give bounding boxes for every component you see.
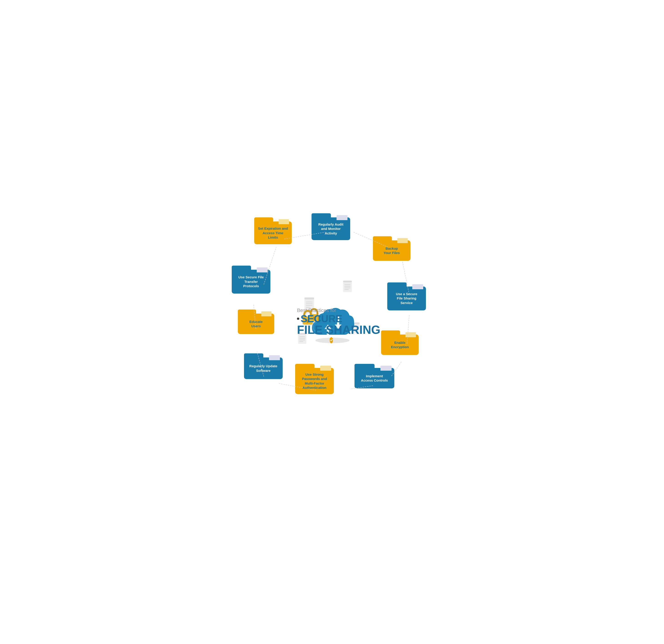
folder-regularly-update-label: Regularly UpdateSoftware [249,364,277,373]
folder-enable-encryption-label: EnableEncryption [391,340,409,349]
svg-rect-17 [343,281,352,282]
folder-regularly-update: Regularly UpdateSoftware [244,357,283,379]
svg-text:🔒: 🔒 [330,339,333,342]
folder-regularly-audit: Regularly Auditand MonitorActivity [312,217,350,240]
folder-secure-transfer: Use Secure FileTransferProtocols [232,270,270,294]
folder-backup-files-label: BackupYour Files [383,246,400,255]
folder-enable-encryption: EnableEncryption [381,334,419,355]
doc-float-2 [342,280,354,295]
svg-rect-40 [307,321,308,323]
center-dot [297,318,299,320]
folder-use-secure-sharing-label: Use a SecureFile SharingService [396,292,417,305]
folder-secure-transfer-label: Use Secure FileTransferProtocols [238,275,264,288]
folder-set-expiration-label: Set Expiration and Access Time Limits [258,226,288,240]
svg-rect-11 [305,297,314,299]
locks-illustration [299,305,327,329]
folder-backup-files: BackupYour Files [373,241,411,261]
infographic-container: 🔒 Best Practices for SECURE FILE SHARING… [230,217,434,427]
folder-educate-users: EducateUsers [238,314,274,334]
svg-rect-29 [298,333,306,334]
folder-implement-access-label: ImplementAccess Controls [361,374,388,383]
folder-educate-users-label: EducateUsers [249,319,263,328]
svg-rect-37 [314,318,314,320]
folder-set-expiration: Set Expiration and Access Time Limits [254,222,292,244]
folder-implement-access: ImplementAccess Controls [354,368,394,389]
folder-regularly-audit-label: Regularly Auditand MonitorActivity [318,222,344,235]
doc-float-4 [297,332,308,347]
folder-strong-passwords: Use StrongPasswords andMulti-FactorAuthe… [295,368,334,394]
folder-use-secure-sharing: Use a SecureFile SharingService [387,287,426,310]
folder-strong-passwords-label: Use StrongPasswords andMulti-FactorAuthe… [302,372,327,390]
